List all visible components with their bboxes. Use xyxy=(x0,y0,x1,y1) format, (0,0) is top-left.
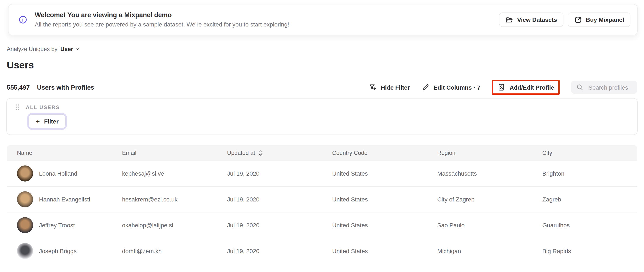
column-header-city: City xyxy=(532,150,637,156)
banner-subtitle: All the reports you see are powered by a… xyxy=(35,20,289,28)
pencil-icon xyxy=(421,83,429,91)
cell-region: Michigan xyxy=(427,248,532,255)
edit-columns-label: Edit Columns · 7 xyxy=(434,84,480,91)
page-title: Users xyxy=(7,59,644,71)
cell-name: Joseph Briggs xyxy=(39,248,76,255)
sort-icon xyxy=(258,150,262,156)
cell-region: City of Zagreb xyxy=(427,196,532,203)
cell-email: kephesaj@si.ve xyxy=(112,170,217,177)
analyze-label: Analyze Uniques by xyxy=(7,46,58,52)
cell-city: Guarulhos xyxy=(532,222,637,229)
avatar xyxy=(17,217,33,233)
add-edit-profile-button[interactable]: Add/Edit Profile xyxy=(497,83,554,91)
filter-plus-icon xyxy=(368,83,376,91)
cell-updated-at: Jul 19, 2020 xyxy=(217,222,322,229)
hide-filter-button[interactable]: Hide Filter xyxy=(368,83,410,91)
add-filter-button[interactable]: + Filter xyxy=(28,114,66,129)
cell-name: Jeffrey Troost xyxy=(39,222,75,229)
cell-city: Brighton xyxy=(532,170,637,177)
search-profiles-input[interactable] xyxy=(588,83,632,91)
chevron-down-icon xyxy=(75,47,80,51)
stats-toolbar-row: 555,497 Users with Profiles Hide Filter xyxy=(7,80,637,95)
hide-filter-label: Hide Filter xyxy=(381,84,410,91)
avatar xyxy=(17,191,33,207)
column-header-email: Email xyxy=(112,150,217,156)
users-page: Welcome! You are viewing a Mixpanel demo… xyxy=(0,4,644,272)
table-row[interactable]: Hannah Evangelisti hesakrem@ezi.co.uk Ju… xyxy=(7,187,637,213)
folder-icon xyxy=(505,16,514,24)
cell-name: Leona Holland xyxy=(39,170,77,177)
cell-country-code: United States xyxy=(322,248,427,255)
cell-country-code: United States xyxy=(322,170,427,177)
avatar xyxy=(17,243,33,259)
table-header: Name Email Updated at Country Code Regio… xyxy=(7,145,637,161)
banner-buttons: View Datasets Buy Mixpanel xyxy=(499,12,630,27)
filter-group-row: ALL USERS xyxy=(16,104,637,110)
table-row[interactable]: Leona Holland kephesaj@si.ve Jul 19, 202… xyxy=(7,161,637,187)
table-row[interactable]: Joseph Briggs domfi@zem.kh Jul 19, 2020 … xyxy=(7,238,637,264)
cell-name: Hannah Evangelisti xyxy=(39,196,90,203)
edit-columns-button[interactable]: Edit Columns · 7 xyxy=(421,83,480,91)
add-edit-profile-label: Add/Edit Profile xyxy=(510,84,554,91)
cell-region: Sao Paulo xyxy=(427,222,532,229)
search-icon xyxy=(576,84,583,91)
buy-mixpanel-button[interactable]: Buy Mixpanel xyxy=(568,12,631,27)
cell-email: domfi@zem.kh xyxy=(112,248,217,255)
cell-email: okahelop@lalijpe.sl xyxy=(112,222,217,229)
users-table: Name Email Updated at Country Code Regio… xyxy=(7,145,637,264)
info-icon xyxy=(18,15,28,24)
cell-city: Big Rapids xyxy=(532,248,637,255)
view-datasets-button[interactable]: View Datasets xyxy=(499,12,564,27)
external-link-icon xyxy=(574,16,582,24)
analyze-by-dropdown[interactable]: User xyxy=(60,46,80,52)
avatar xyxy=(17,165,33,182)
view-datasets-label: View Datasets xyxy=(517,16,557,23)
banner-title: Welcome! You are viewing a Mixpanel demo xyxy=(35,11,289,19)
demo-banner: Welcome! You are viewing a Mixpanel demo… xyxy=(8,4,638,35)
profile-card-icon xyxy=(497,83,505,91)
search-profiles-box xyxy=(571,81,637,94)
table-row[interactable]: Jeffrey Troost okahelop@lalijpe.sl Jul 1… xyxy=(7,213,637,238)
profile-count-label: Users with Profiles xyxy=(37,84,94,91)
cell-email: hesakrem@ezi.co.uk xyxy=(112,196,217,203)
column-header-region: Region xyxy=(427,150,532,156)
analyze-row: Analyze Uniques by User xyxy=(7,46,644,52)
cell-updated-at: Jul 19, 2020 xyxy=(217,248,322,255)
cell-country-code: United States xyxy=(322,196,427,203)
cell-region: Massachusetts xyxy=(427,170,532,177)
drag-handle-icon[interactable] xyxy=(16,104,20,110)
cell-city: Zagreb xyxy=(532,196,637,203)
profile-count-value: 555,497 xyxy=(7,84,30,91)
filter-panel: ALL USERS + Filter xyxy=(6,98,638,135)
toolbar: Hide Filter Edit Columns · 7 xyxy=(368,80,637,95)
add-filter-label: Filter xyxy=(44,118,58,125)
analyze-value: User xyxy=(60,46,73,52)
banner-text: Welcome! You are viewing a Mixpanel demo… xyxy=(35,11,289,28)
column-header-updated-at[interactable]: Updated at xyxy=(217,150,322,156)
plus-icon: + xyxy=(36,118,40,125)
cell-updated-at: Jul 19, 2020 xyxy=(217,170,322,177)
profile-count: 555,497 Users with Profiles xyxy=(7,84,94,91)
cell-updated-at: Jul 19, 2020 xyxy=(217,196,322,203)
column-header-country-code: Country Code xyxy=(322,150,427,156)
cell-country-code: United States xyxy=(322,222,427,229)
filter-group-label: ALL USERS xyxy=(26,105,60,110)
annotation-highlight: Add/Edit Profile xyxy=(492,80,560,95)
column-header-name: Name xyxy=(7,150,112,156)
buy-mixpanel-label: Buy Mixpanel xyxy=(586,16,624,23)
